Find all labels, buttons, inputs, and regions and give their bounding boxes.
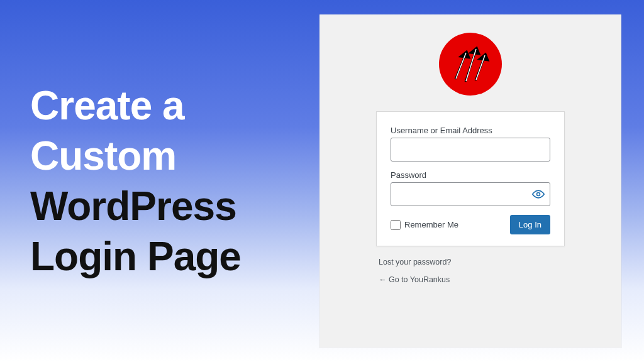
login-panel: Username or Email Address Password Remem… — [319, 14, 621, 348]
login-form: Username or Email Address Password Remem… — [376, 111, 565, 246]
back-to-site-link[interactable]: ← Go to YouRankus — [379, 275, 562, 284]
password-input[interactable] — [391, 182, 550, 206]
hero-headline: Create a Custom WordPress Login Page — [0, 80, 319, 282]
hero-line-1: Create a — [30, 80, 307, 131]
arrows-up-icon — [436, 30, 504, 98]
lost-password-link[interactable]: Lost your password? — [379, 258, 562, 266]
login-button[interactable]: Log In — [510, 215, 550, 234]
remember-me-label: Remember Me — [404, 220, 458, 229]
hero-line-3: WordPress — [30, 181, 307, 231]
hero-line-2: Custom — [30, 131, 307, 181]
remember-me-wrap[interactable]: Remember Me — [391, 220, 458, 230]
password-label: Password — [391, 170, 550, 180]
svg-point-10 — [537, 193, 540, 196]
show-password-button[interactable] — [527, 183, 550, 206]
hero-line-4: Login Page — [30, 231, 307, 282]
username-input[interactable] — [391, 138, 550, 162]
login-footer-links: Lost your password? ← Go to YouRankus — [376, 246, 565, 293]
site-logo[interactable] — [436, 30, 505, 99]
eye-icon — [532, 188, 545, 200]
username-label: Username or Email Address — [391, 126, 550, 135]
remember-me-checkbox[interactable] — [391, 220, 401, 230]
